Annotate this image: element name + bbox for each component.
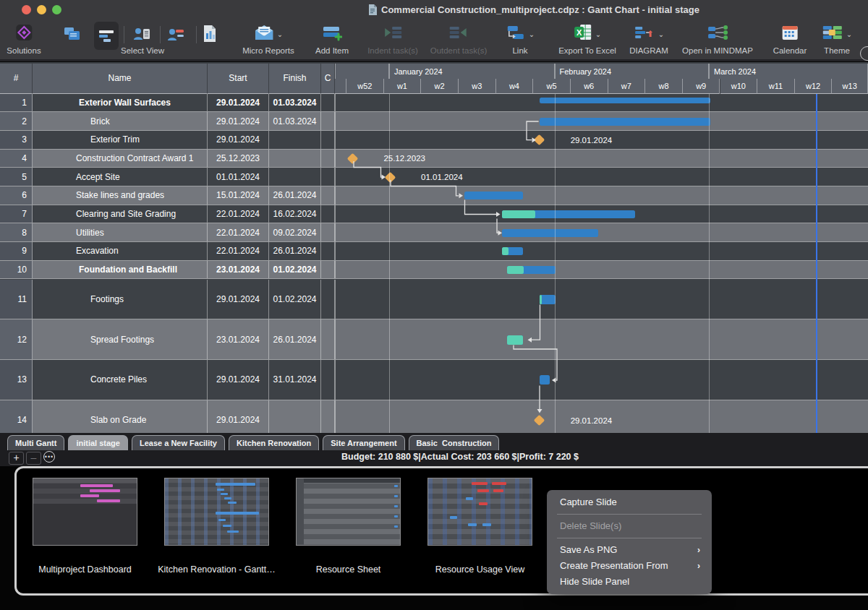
task-row[interactable]: 12Spread Footings23.01.202426.01.2024: [0, 319, 868, 360]
task-start-cell[interactable]: 22.01.2024: [208, 223, 269, 241]
view-tab[interactable]: Kitchen Renovation: [229, 435, 319, 450]
task-name-cell[interactable]: Concrete Piles: [33, 360, 208, 400]
task-finish-cell[interactable]: 09.02.2024: [269, 223, 321, 241]
task-finish-cell[interactable]: 16.02.2024: [269, 205, 321, 223]
view-dashboard-button[interactable]: [63, 22, 82, 46]
task-timeline-cell[interactable]: 01.01.2024: [335, 168, 868, 186]
view-report-button[interactable]: [202, 22, 218, 46]
task-name-cell[interactable]: Utilities: [33, 223, 208, 241]
task-name-cell[interactable]: Construction Contract Award 1: [33, 150, 208, 168]
column-header[interactable]: Finish: [269, 64, 321, 94]
task-finish-cell[interactable]: [269, 131, 321, 149]
gantt-bar[interactable]: [540, 118, 710, 126]
chevron-down-icon[interactable]: ⌄: [658, 30, 664, 38]
task-row[interactable]: 13Concrete Piles29.01.202431.01.2024: [0, 360, 868, 400]
task-start-cell[interactable]: 23.01.2024: [208, 319, 269, 359]
task-name-cell[interactable]: Brick: [33, 112, 208, 130]
task-finish-cell[interactable]: [269, 168, 321, 186]
task-name-cell[interactable]: Stake lines and grades: [33, 186, 208, 205]
chevron-down-icon[interactable]: ⌄: [277, 30, 283, 38]
task-timeline-cell[interactable]: 25.12.2023: [335, 150, 868, 168]
slide-thumbnail[interactable]: [164, 478, 269, 546]
task-row[interactable]: 3Exterior Trim29.01.202429.01.2024: [0, 131, 868, 150]
task-name-cell[interactable]: Clearing and Site Grading: [33, 205, 208, 223]
view-tab[interactable]: initial stage: [68, 435, 128, 450]
milestone-marker[interactable]: [384, 171, 396, 183]
task-start-cell[interactable]: 01.01.2024: [208, 168, 269, 186]
link-button[interactable]: ⌄Link: [506, 22, 535, 56]
task-timeline-cell[interactable]: [335, 112, 868, 130]
task-row[interactable]: 4Construction Contract Award 125.12.2023…: [0, 150, 868, 168]
task-timeline-cell[interactable]: 29.01.2024: [335, 131, 868, 149]
calendar-button[interactable]: Calendar: [773, 22, 807, 56]
close-button[interactable]: [22, 5, 31, 14]
column-header[interactable]: #: [0, 64, 33, 94]
theme-button[interactable]: ⌄Theme: [822, 22, 852, 56]
menu-item[interactable]: Save As PNG›: [547, 542, 712, 558]
milestone-marker[interactable]: [534, 415, 545, 426]
task-finish-cell[interactable]: 01.03.2024: [269, 112, 321, 130]
task-timeline-cell[interactable]: [335, 280, 868, 319]
chevron-down-icon[interactable]: ⌄: [529, 30, 535, 38]
task-name-cell[interactable]: Excavation: [33, 242, 208, 260]
task-timeline-cell[interactable]: [335, 319, 868, 359]
task-timeline-cell[interactable]: [335, 205, 868, 223]
solutions-button[interactable]: Solutions: [7, 22, 41, 56]
task-timeline-cell[interactable]: [335, 242, 868, 260]
milestone-marker[interactable]: [347, 153, 359, 165]
task-name-cell[interactable]: Spread Footings: [33, 319, 208, 359]
task-timeline-cell[interactable]: [335, 223, 868, 241]
menu-item[interactable]: Capture Slide: [547, 494, 712, 510]
view-tab[interactable]: Lease a New Facility: [132, 435, 225, 450]
help-icon[interactable]: [860, 46, 868, 61]
micro-reports-button[interactable]: ⌄Micro Reports: [242, 22, 294, 56]
task-start-cell[interactable]: 22.01.2024: [208, 242, 269, 260]
add-tab-button[interactable]: +: [9, 452, 24, 465]
task-start-cell[interactable]: 29.01.2024: [208, 280, 269, 319]
minimize-button[interactable]: [37, 5, 46, 14]
task-timeline-cell[interactable]: [335, 261, 868, 279]
task-name-cell[interactable]: Accept Site: [33, 168, 208, 186]
menu-item[interactable]: Create Presentation From›: [547, 558, 712, 574]
export-to-excel-button[interactable]: X⌄Export To Excel: [558, 22, 616, 56]
task-finish-cell[interactable]: 26.01.2024: [269, 186, 321, 205]
task-finish-cell[interactable]: 01.02.2024: [269, 261, 321, 279]
gantt-bar[interactable]: [502, 229, 598, 237]
task-finish-cell[interactable]: 01.03.2024: [269, 94, 321, 112]
task-finish-cell[interactable]: 01.02.2024: [269, 280, 321, 319]
remove-tab-button[interactable]: –: [26, 452, 41, 465]
task-name-cell[interactable]: Exterior Wall Surfaces: [33, 94, 208, 112]
gantt-bar[interactable]: [540, 375, 550, 385]
gantt-bar[interactable]: [540, 98, 710, 103]
task-row[interactable]: 8Utilities22.01.202409.02.2024: [0, 223, 868, 242]
task-start-cell[interactable]: 22.01.2024: [208, 205, 269, 223]
view-tab[interactable]: Site Arrangement: [323, 435, 404, 450]
task-finish-cell[interactable]: 26.01.2024: [269, 319, 321, 359]
task-row[interactable]: 11Footings29.01.202401.02.2024: [0, 280, 868, 320]
task-row[interactable]: 5Accept Site01.01.202401.01.2024: [0, 168, 868, 186]
task-row[interactable]: 14Slab on Grade29.01.202429.01.2024: [0, 400, 868, 433]
view-gantt-button[interactable]: [94, 22, 119, 50]
task-row[interactable]: 6Stake lines and grades15.01.202426.01.2…: [0, 186, 868, 205]
task-row[interactable]: 2Brick29.01.202401.03.2024: [0, 112, 868, 131]
milestone-marker[interactable]: [534, 134, 545, 146]
column-header[interactable]: Start: [208, 64, 269, 94]
task-finish-cell[interactable]: 26.01.2024: [269, 242, 321, 260]
tab-options-icon[interactable]: •••: [43, 451, 55, 463]
view-tab[interactable]: Multi Gantt: [7, 435, 64, 450]
slide-thumbnail[interactable]: [33, 478, 137, 546]
slide-thumbnail[interactable]: [427, 478, 532, 546]
task-name-cell[interactable]: Foundation and Backfill: [33, 261, 208, 279]
chevron-down-icon[interactable]: ⌄: [846, 30, 852, 38]
column-header[interactable]: C: [321, 64, 335, 94]
menu-item[interactable]: Hide Slide Panel: [547, 574, 712, 590]
task-start-cell[interactable]: 15.01.2024: [208, 186, 269, 205]
task-name-cell[interactable]: Footings: [33, 280, 208, 319]
task-start-cell[interactable]: 23.01.2024: [208, 261, 269, 279]
task-start-cell[interactable]: 29.01.2024: [208, 112, 269, 130]
task-row[interactable]: 9Excavation22.01.202426.01.2024: [0, 242, 868, 261]
view-assignments-button[interactable]: [166, 22, 185, 46]
task-timeline-cell[interactable]: [335, 360, 868, 400]
diagram-button[interactable]: ⌄DIAGRAM: [629, 22, 668, 56]
task-start-cell[interactable]: 29.01.2024: [208, 400, 269, 433]
